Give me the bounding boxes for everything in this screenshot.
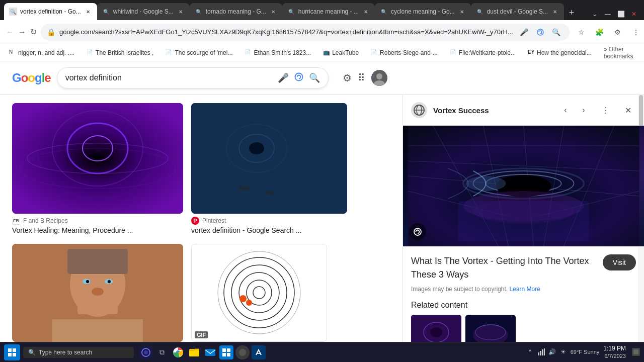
bookmark-favicon-4: 📄 [245, 49, 252, 56]
svg-rect-85 [227, 348, 230, 352]
tab-vortex-definition[interactable]: 🔍 vortex definition - Go... ✕ [4, 3, 97, 20]
bookmark-weltkarte[interactable]: 📄 File:Weltkarte-ptole... [447, 48, 519, 58]
close-window-button[interactable]: ✕ [628, 8, 640, 20]
panel-lens-icon[interactable] [409, 223, 426, 240]
panel-more-button[interactable]: ⋮ [598, 102, 614, 118]
bookmarks-star-icon[interactable]: ☆ [574, 24, 590, 40]
tab-tornado[interactable]: 🔍 tornado meaning - G... ✕ [190, 3, 282, 20]
lens-icon[interactable] [533, 25, 547, 39]
nav-right-actions: ☆ 🧩 ⚙ ⋮ [574, 24, 644, 40]
panel-next-button[interactable]: › [576, 102, 592, 118]
tab-title-4: hurricane meaning - ... [298, 8, 359, 15]
show-hidden-icons[interactable]: ^ [526, 348, 534, 356]
tab-close-2[interactable]: ✕ [177, 8, 185, 16]
bookmark-genocidal[interactable]: EY How the genocidal... [525, 48, 595, 58]
bookmark-label-7: File:Weltkarte-ptole... [459, 49, 516, 56]
learn-more-link[interactable]: Learn More [509, 286, 540, 293]
tab-close-1[interactable]: ✕ [84, 8, 92, 16]
bookmark-favicon-8: EY [528, 49, 535, 56]
bookmark-leaktube[interactable]: 📺 LeakTube [320, 48, 362, 58]
panel-header: Vortex Success ‹ › ⋮ ✕ [403, 95, 644, 126]
back-button[interactable]: ← [6, 24, 14, 40]
taskbar-chrome-icon[interactable] [171, 345, 185, 359]
microphone-icon[interactable]: 🎤 [517, 25, 531, 39]
apps-grid-icon[interactable]: ⠿ [358, 72, 365, 84]
microphone-search-icon[interactable]: 🎤 [278, 72, 289, 83]
tab-cyclone[interactable]: 🔍 cyclone meaning - Go... ✕ [375, 3, 471, 20]
right-panel: Vortex Success ‹ › ⋮ ✕ [403, 95, 644, 342]
svg-rect-86 [222, 353, 226, 356]
image-source-2: P Pinterest [191, 217, 347, 225]
image-card-merriam[interactable]: MW Merriam-Webster Vortex Definition & M… [12, 244, 183, 342]
taskbar-store-icon[interactable] [219, 345, 233, 359]
taskbar-mail-icon[interactable] [203, 345, 217, 359]
bookmark-label-3: The scourge of 'mel... [175, 49, 232, 56]
tab-dust-devil[interactable]: 🔍 dust devil - Google S... ✕ [471, 3, 564, 20]
tab-hurricane[interactable]: 🔍 hurricane meaning - ... ✕ [282, 3, 375, 20]
taskbar-search[interactable]: 🔍 Type here to search [23, 347, 134, 358]
reload-button[interactable]: ↻ [30, 24, 37, 40]
address-text: google.com/search?sxsrf=APwXEdFGo1_Ytzc5… [59, 28, 513, 36]
lens-search-icon[interactable] [294, 72, 304, 84]
svg-rect-90 [538, 352, 539, 355]
related-image-2[interactable] [465, 315, 516, 342]
extensions-icon[interactable]: 🧩 [592, 24, 608, 40]
user-avatar[interactable] [371, 70, 387, 86]
maximize-button[interactable]: ⬜ [615, 8, 627, 20]
source-icon-2: P [191, 217, 199, 225]
network-icon[interactable] [537, 348, 545, 356]
forward-button[interactable]: → [18, 24, 26, 40]
panel-close-button[interactable]: ✕ [620, 102, 636, 118]
volume-icon[interactable]: 🔊 [548, 348, 556, 356]
search-submit-icon[interactable]: 🔍 [309, 72, 320, 83]
settings-icon[interactable]: ⚙ [610, 24, 626, 40]
panel-title-row: What Is The Vortex - Getting Into The Vo… [411, 254, 636, 286]
related-image-1[interactable] [411, 315, 461, 342]
tab-title-2: whirlwind - Google S... [113, 8, 174, 15]
image-card-pinterest[interactable]: P Pinterest vortex definition - Google S… [191, 103, 347, 236]
image-title-2: vortex definition - Google Search ... [191, 226, 347, 236]
settings-gear-icon[interactable]: ⚙ [343, 72, 352, 84]
image-card-vortex-healing[interactable]: FB F and B Recipes Vortex Healing: Meani… [12, 103, 183, 236]
bookmark-nigger[interactable]: N nigger, n. and adj. .... [6, 48, 77, 58]
google-logo[interactable]: Google [12, 71, 51, 85]
tab-title-5: cyclone meaning - Go... [391, 8, 455, 15]
taskbar: 🔍 Type here to search ⧉ ^ [0, 342, 644, 362]
svg-rect-92 [542, 349, 543, 355]
taskbar-explorer-icon[interactable] [187, 345, 201, 359]
tab-favicon-1: 🔍 [9, 8, 17, 16]
tab-favicon-2: 🔍 [102, 8, 110, 16]
bookmark-scourge[interactable]: 📄 The scourge of 'mel... [163, 48, 235, 58]
taskbar-clock[interactable]: 1:19 PM 6/7/2023 [603, 345, 626, 360]
address-bar[interactable]: 🔒 google.com/search?sxsrf=APwXEdFGo1_Ytz… [41, 24, 570, 41]
tab-close-5[interactable]: ✕ [458, 8, 466, 16]
bookmarks-bar: N nigger, n. and adj. .... 📄 The British… [0, 44, 644, 61]
notification-icon[interactable] [632, 348, 640, 356]
image-card-wikipedia[interactable]: GIF W Wikipedia Vortex - Wikipedia [191, 244, 327, 342]
minimize-button[interactable]: — [602, 8, 614, 20]
taskbar-circle-icon[interactable] [235, 345, 250, 359]
bookmark-british-israelites[interactable]: 📄 The British Israelites , [84, 48, 156, 58]
tab-close-3[interactable]: ✕ [269, 8, 277, 16]
panel-prev-button[interactable]: ‹ [557, 102, 574, 118]
taskbar-cortana-icon[interactable] [139, 345, 153, 359]
related-images-row [411, 315, 636, 342]
taskbar-task-view-icon[interactable]: ⧉ [155, 345, 169, 359]
search-area: Google vortex definition 🎤 🔍 ⚙ ⠿ [0, 61, 644, 95]
bookmark-roberts[interactable]: 📄 Roberts-Siege-and-... [368, 48, 441, 58]
svg-point-42 [246, 300, 252, 306]
tab-nav-down[interactable]: ⌄ [589, 8, 601, 20]
tab-close-6[interactable]: ✕ [551, 8, 559, 16]
visit-button[interactable]: Visit [603, 254, 636, 270]
menu-icon[interactable]: ⋮ [628, 24, 644, 40]
address-icons: 🎤 🔍 [517, 25, 564, 39]
new-tab-button[interactable]: + [564, 5, 579, 20]
tab-whirlwind[interactable]: 🔍 whirlwind - Google S... ✕ [97, 3, 190, 20]
search-box[interactable]: vortex definition 🎤 🔍 [57, 67, 329, 88]
other-bookmarks[interactable]: » Other bookmarks [601, 44, 638, 61]
tab-close-4[interactable]: ✕ [362, 8, 370, 16]
search-icon[interactable]: 🔍 [549, 25, 564, 39]
start-button[interactable] [4, 344, 20, 360]
bookmark-ethan-smith[interactable]: 📄 Ethan Smith's 1823... [242, 48, 314, 58]
taskbar-blue-icon[interactable] [252, 345, 266, 359]
